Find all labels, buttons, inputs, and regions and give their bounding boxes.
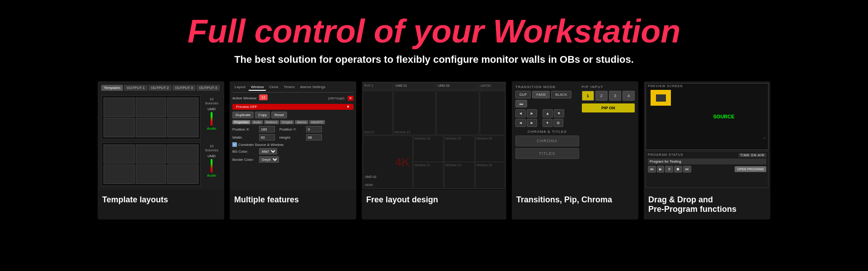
- reset-button[interactable]: Reset: [271, 112, 287, 118]
- spacer-2: [538, 119, 542, 127]
- pip-btn-1[interactable]: 1: [582, 91, 594, 101]
- umd-label: UMD: [208, 107, 216, 111]
- template-cell: [167, 164, 198, 184]
- position-y-label: Position Y:: [279, 127, 304, 131]
- active-window-label: Active Window:: [232, 96, 257, 100]
- constrain-checkbox[interactable]: ✓: [232, 142, 237, 147]
- sources-count: 10Sources: [205, 97, 218, 105]
- cell-window25: Window 25: [444, 136, 474, 162]
- transitions-label: Transitions, Pip, Chroma: [512, 190, 638, 210]
- layout-cell-window: [436, 91, 479, 135]
- pip-btn-2[interactable]: 2: [595, 91, 608, 101]
- expand-icon[interactable]: ⊕: [553, 119, 563, 127]
- arrow-right-2[interactable]: ►: [527, 119, 537, 127]
- duplicate-button[interactable]: Duplicate: [232, 112, 254, 118]
- layout-cell-window13: Window 13: [393, 91, 436, 135]
- titles-button[interactable]: TITLES: [515, 148, 579, 159]
- sources-count-2: 10Sources: [205, 144, 218, 152]
- black-button[interactable]: BLACK: [551, 91, 571, 98]
- template-cell: [167, 98, 198, 117]
- layout-cell-empty: [480, 91, 505, 135]
- pip-btn-3[interactable]: 3: [609, 91, 621, 101]
- tab-output2[interactable]: OUTPUT 2: [148, 85, 171, 91]
- pip-btn-4[interactable]: 4: [623, 91, 635, 101]
- copy-button[interactable]: Copy: [255, 112, 270, 118]
- mf-active-window-row: Active Window: 12 (ctrl+supr) ✕: [232, 94, 354, 102]
- arrow-up[interactable]: ▲: [542, 109, 553, 117]
- position-y-input[interactable]: [306, 126, 322, 132]
- mf-action-buttons: Duplicate Copy Reset: [232, 112, 354, 118]
- drag-drop-label: Drag & Drop and Pre-Program functions: [644, 190, 770, 220]
- cross-icon[interactable]: ✦: [542, 119, 552, 127]
- bg-color-select[interactable]: Alfa7: [259, 148, 277, 154]
- arrow-right-1[interactable]: ►: [527, 109, 537, 117]
- time-on-air-label: TIME ON AIR: [739, 153, 766, 157]
- template-cell: [167, 145, 198, 164]
- bg-color-label: BG Color:: [232, 150, 257, 154]
- arrow-down[interactable]: ▼: [554, 109, 564, 117]
- mf-tab-clock[interactable]: Clock: [267, 84, 280, 91]
- constrain-label: Constrain Source & Window: [238, 143, 283, 147]
- header-put1: PUT 1: [363, 82, 393, 90]
- shortcut-label: (ctrl+supr): [328, 96, 344, 100]
- preview-off-selector[interactable]: Preview OFF ▼: [232, 104, 354, 110]
- skip-forward-button[interactable]: ⏭: [683, 166, 691, 173]
- chroma-button[interactable]: CHROMA: [515, 136, 579, 146]
- pip-on-button[interactable]: PIP ON: [582, 103, 635, 112]
- program-name: Program for Testing: [648, 159, 766, 164]
- multiple-features-card: Layout Window Clock Timers Alarms Settin…: [230, 81, 356, 220]
- header-umd03: UMD 03: [436, 82, 478, 90]
- 4k-watermark: 4K: [395, 155, 410, 169]
- arrow-left-1[interactable]: ◄: [515, 109, 526, 117]
- monitor-icon[interactable]: ▬: [515, 100, 527, 107]
- pause-button[interactable]: ⏸: [665, 166, 673, 173]
- mf-tab-timers[interactable]: Timers: [282, 84, 297, 91]
- prop-tab-info[interactable]: Info/ATC: [309, 120, 325, 124]
- grid-bottom: [101, 142, 201, 187]
- pip-input-title: PIP INPUT: [582, 85, 635, 89]
- audio-bar-2: [211, 159, 212, 173]
- transition-mode-title: TRANSITION MODE: [515, 85, 579, 89]
- drag-drop-preview: PREVIEW SCREEN SOURCE ↗ PROGRAM STATUS T…: [644, 81, 770, 190]
- stop-button[interactable]: ⏹: [674, 166, 682, 173]
- cell-window26: Window 26: [476, 136, 505, 162]
- cut-button[interactable]: CUT: [515, 91, 531, 98]
- mf-props-tabs: Properties Audio Markers Scopes Alarms I…: [232, 120, 354, 124]
- mf-tab-alarms[interactable]: Alarms Settings: [298, 84, 328, 91]
- play-button[interactable]: ▶: [657, 166, 664, 173]
- hero-subtitle: The best solution for operators to flexi…: [9, 54, 859, 65]
- tab-output3[interactable]: OUTPUT 3: [172, 85, 195, 91]
- audio-label: Audio: [207, 126, 216, 131]
- template-tabs: Templates OUTPUT 1 OUTPUT 2 OUTPUT 3 OUT…: [101, 85, 221, 91]
- tab-output1[interactable]: OUTPUT 1: [124, 85, 147, 91]
- prop-tab-alarms[interactable]: Alarms: [295, 120, 308, 124]
- template-cell: [167, 118, 198, 137]
- template-cell: [136, 145, 167, 164]
- tab-templates[interactable]: Templates: [101, 85, 123, 91]
- prop-tab-scopes[interactable]: Scopes: [280, 120, 294, 124]
- cell-label-dow02: dow 02: [363, 130, 375, 135]
- mf-tab-window[interactable]: Window: [249, 84, 266, 91]
- tab-output4[interactable]: OUTPUT 4: [197, 85, 220, 91]
- arrow-left-2[interactable]: ◄: [515, 119, 526, 127]
- preview-screen: PREVIEW SCREEN SOURCE ↗: [646, 83, 769, 150]
- width-input[interactable]: [259, 134, 275, 140]
- close-icon[interactable]: ✕: [348, 96, 354, 101]
- audio-label-2: Audio: [207, 173, 216, 178]
- program-controls: ⏮ ▶ ⏸ ⏹ ⏭ OPEN PROGRAM: [648, 166, 766, 173]
- header-layou: LAYOU: [479, 82, 505, 90]
- mf-tab-layout[interactable]: Layout: [232, 84, 248, 91]
- template-side-bottom: 10Sources UMD Audio: [203, 142, 221, 187]
- position-x-input[interactable]: [259, 126, 275, 132]
- prop-tab-properties[interactable]: Properties: [232, 120, 250, 124]
- prop-tab-audio[interactable]: Audio: [251, 120, 263, 124]
- umd-label-2: UMD: [208, 154, 216, 158]
- open-program-button[interactable]: OPEN PROGRAM: [735, 166, 766, 172]
- prop-tab-markers[interactable]: Markers: [264, 120, 279, 124]
- cell-window30: Window 30: [476, 163, 505, 188]
- skip-back-button[interactable]: ⏮: [648, 166, 656, 173]
- features-panel: Layout Window Clock Timers Alarms Settin…: [230, 81, 356, 190]
- fade-button[interactable]: FADE: [532, 91, 550, 98]
- height-input[interactable]: [306, 134, 322, 140]
- border-color-select[interactable]: Grey4: [259, 156, 279, 163]
